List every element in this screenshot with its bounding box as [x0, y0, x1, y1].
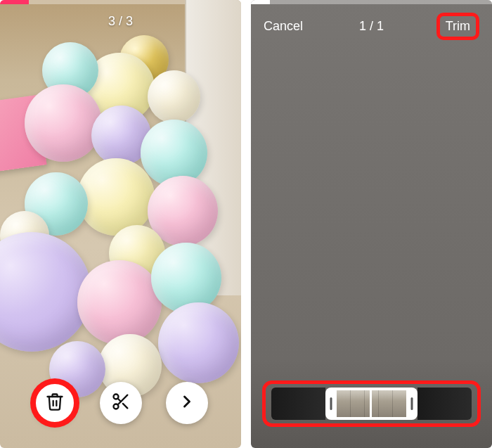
trim-timeline[interactable] — [271, 388, 472, 420]
balloon — [148, 70, 200, 123]
timeline-thumbnail — [365, 390, 379, 417]
trim-clip-button[interactable] — [100, 382, 142, 424]
chevron-right-icon — [177, 392, 197, 414]
next-button[interactable] — [166, 382, 208, 424]
timeline-thumbnail — [351, 390, 365, 417]
trim-handle-left[interactable] — [325, 388, 337, 420]
balloon — [158, 302, 239, 383]
cancel-button[interactable]: Cancel — [264, 19, 303, 34]
timeline-thumbnail — [393, 390, 406, 417]
balloon — [77, 158, 155, 236]
trim-handle-right[interactable] — [406, 388, 417, 420]
story-clip-screen: 3 / 3 — [0, 0, 241, 448]
scissors-icon — [111, 392, 131, 414]
clip-counter: 1 / 1 — [359, 19, 384, 34]
timeline-outside-right — [417, 388, 472, 420]
balloon — [25, 84, 102, 162]
trim-topbar: Cancel 1 / 1 Trim — [251, 13, 492, 40]
svg-line-3 — [122, 404, 127, 408]
delete-clip-button[interactable] — [34, 382, 76, 424]
trim-screen: Cancel 1 / 1 Trim — [251, 0, 492, 448]
timeline-thumbnail — [337, 390, 351, 417]
balloon — [77, 260, 162, 345]
playhead[interactable] — [370, 388, 372, 420]
timeline-outside-left — [271, 388, 325, 420]
progress-fill — [251, 0, 270, 4]
svg-line-4 — [117, 398, 121, 402]
progress-bar — [251, 0, 492, 4]
trim-confirm-button[interactable]: Trim — [436, 13, 479, 40]
trash-icon — [45, 392, 65, 414]
clip-action-bar — [0, 382, 241, 424]
trim-timeline-highlight — [262, 380, 481, 427]
timeline-thumbnail — [379, 390, 393, 417]
story-clip-preview[interactable] — [0, 0, 241, 448]
balloon — [151, 243, 221, 313]
balloon — [0, 232, 91, 352]
